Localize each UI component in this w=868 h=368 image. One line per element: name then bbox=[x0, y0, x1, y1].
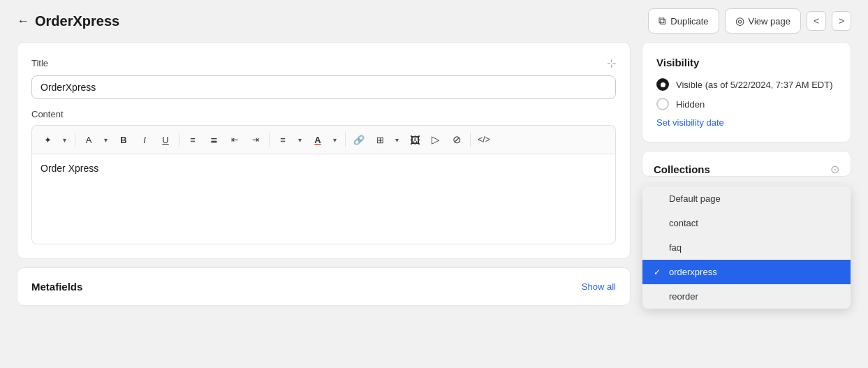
table-chevron[interactable]: ▾ bbox=[390, 130, 404, 149]
right-panel: Visibility Visible (as of 5/22/2024, 7:3… bbox=[642, 42, 851, 351]
editor-content: Order Xpress bbox=[41, 163, 98, 174]
tool-color-group: A ▾ bbox=[308, 130, 341, 149]
visible-radio[interactable] bbox=[656, 78, 669, 91]
dropdown-item-default[interactable]: Default page bbox=[642, 186, 851, 211]
editor-toolbar: ✦ ▾ A ▾ B I U ≡ ≣ ⇤ ⇥ ≡ bbox=[31, 125, 616, 154]
image-button[interactable]: 🖼 bbox=[405, 130, 425, 149]
metafields-card: Metafields Show all bbox=[17, 267, 631, 306]
chevron-left-icon: < bbox=[814, 15, 819, 27]
dropdown-item-label: Default page bbox=[669, 193, 721, 204]
eye-icon: ◎ bbox=[735, 15, 744, 27]
underline-button[interactable]: U bbox=[156, 130, 175, 149]
font-chevron[interactable]: ▾ bbox=[98, 130, 112, 149]
table-button[interactable]: ⊞ bbox=[370, 130, 390, 149]
video-button[interactable]: ▷ bbox=[426, 130, 446, 149]
chevron-right-icon: > bbox=[839, 15, 844, 27]
collection-card: Collections ⊙ Default page contact faq bbox=[642, 151, 851, 177]
visibility-card: Visibility Visible (as of 5/22/2024, 7:3… bbox=[642, 42, 851, 142]
text-color-button[interactable]: A bbox=[308, 130, 328, 149]
color-chevron[interactable]: ▾ bbox=[328, 130, 341, 149]
dropdown-item-label: orderxpress bbox=[669, 267, 717, 277]
bullet-list-button[interactable]: ≡ bbox=[183, 130, 203, 149]
tool-magic-group: ✦ ▾ bbox=[38, 130, 71, 149]
main-content: Title ⊹ Content ✦ ▾ A ▾ B I U bbox=[0, 42, 868, 368]
dropdown-item-contact[interactable]: contact bbox=[642, 211, 851, 235]
visibility-title: Visibility bbox=[656, 57, 837, 68]
content-editor[interactable]: Order Xpress bbox=[31, 154, 616, 244]
hidden-option[interactable]: Hidden bbox=[656, 98, 837, 110]
dropdown-item-reorder[interactable]: reorder bbox=[642, 284, 851, 309]
ordered-list-button[interactable]: ≣ bbox=[204, 130, 223, 149]
separator-1 bbox=[75, 133, 75, 147]
title-content-card: Title ⊹ Content ✦ ▾ A ▾ B I U bbox=[17, 42, 631, 259]
content-field-label: Content bbox=[31, 109, 616, 119]
dropdown-item-faq[interactable]: faq bbox=[642, 235, 851, 260]
separator-2 bbox=[179, 133, 179, 147]
visible-label: Visible (as of 5/22/2024, 7:37 AM EDT) bbox=[676, 80, 833, 90]
duplicate-button[interactable]: ⧉ Duplicate bbox=[648, 8, 719, 34]
separator-4 bbox=[345, 133, 346, 147]
left-panel: Title ⊹ Content ✦ ▾ A ▾ B I U bbox=[17, 42, 631, 351]
collection-header: Collections ⊙ bbox=[642, 152, 851, 176]
align-chevron[interactable]: ▾ bbox=[293, 130, 307, 149]
show-all-link[interactable]: Show all bbox=[582, 281, 616, 292]
visible-option[interactable]: Visible (as of 5/22/2024, 7:37 AM EDT) bbox=[656, 78, 837, 91]
hidden-radio[interactable] bbox=[656, 98, 669, 110]
code-button[interactable]: </> bbox=[474, 130, 494, 149]
title-input[interactable] bbox=[31, 75, 616, 99]
font-button[interactable]: A bbox=[79, 130, 98, 149]
page-title: OrderXpress bbox=[35, 13, 119, 29]
metafields-title: Metafields bbox=[31, 281, 82, 293]
header-right: ⧉ Duplicate ◎ View page < > bbox=[648, 8, 851, 34]
collection-dropdown: Default page contact faq ✓ orderxpress r… bbox=[642, 186, 851, 309]
tool-table-group: ⊞ ▾ bbox=[370, 130, 404, 149]
magic-tool-button[interactable]: ✦ bbox=[38, 130, 57, 149]
set-date-link[interactable]: Set visibility date bbox=[656, 117, 837, 128]
dropdown-item-label: contact bbox=[669, 218, 698, 228]
check-orderxpress: ✓ bbox=[654, 267, 663, 277]
duplicate-icon: ⧉ bbox=[659, 15, 666, 27]
header-left: ← OrderXpress bbox=[17, 13, 119, 29]
back-button[interactable]: ← bbox=[17, 14, 29, 29]
indent-left-button[interactable]: ⇤ bbox=[225, 130, 244, 149]
italic-button[interactable]: I bbox=[135, 130, 154, 149]
tool-text-group: A ▾ bbox=[79, 130, 112, 149]
tool-align-group: ≡ ▾ bbox=[273, 130, 307, 149]
separator-3 bbox=[269, 133, 270, 147]
strikethrough-button[interactable]: ⊘ bbox=[447, 130, 466, 149]
indent-right-button[interactable]: ⇥ bbox=[246, 130, 265, 149]
header: ← OrderXpress ⧉ Duplicate ◎ View page < … bbox=[0, 0, 868, 42]
align-button[interactable]: ≡ bbox=[273, 130, 293, 149]
prev-button[interactable]: < bbox=[807, 11, 826, 31]
link-button[interactable]: 🔗 bbox=[349, 130, 369, 149]
next-button[interactable]: > bbox=[832, 11, 851, 31]
pin-icon[interactable]: ⊹ bbox=[607, 57, 616, 70]
magic-chevron[interactable]: ▾ bbox=[57, 130, 71, 149]
hidden-label: Hidden bbox=[676, 99, 705, 110]
bold-button[interactable]: B bbox=[114, 130, 133, 149]
view-page-button[interactable]: ◎ View page bbox=[725, 8, 801, 34]
dropdown-item-label: faq bbox=[669, 242, 682, 253]
collection-icon[interactable]: ⊙ bbox=[830, 163, 839, 176]
title-field-label: Title ⊹ bbox=[31, 57, 616, 70]
separator-5 bbox=[470, 133, 471, 147]
dropdown-item-orderxpress[interactable]: ✓ orderxpress bbox=[642, 260, 851, 284]
dropdown-item-label: reorder bbox=[669, 291, 698, 302]
duplicate-label: Duplicate bbox=[670, 16, 708, 27]
collection-title: Collections bbox=[654, 163, 710, 175]
view-page-label: View page bbox=[749, 16, 790, 27]
